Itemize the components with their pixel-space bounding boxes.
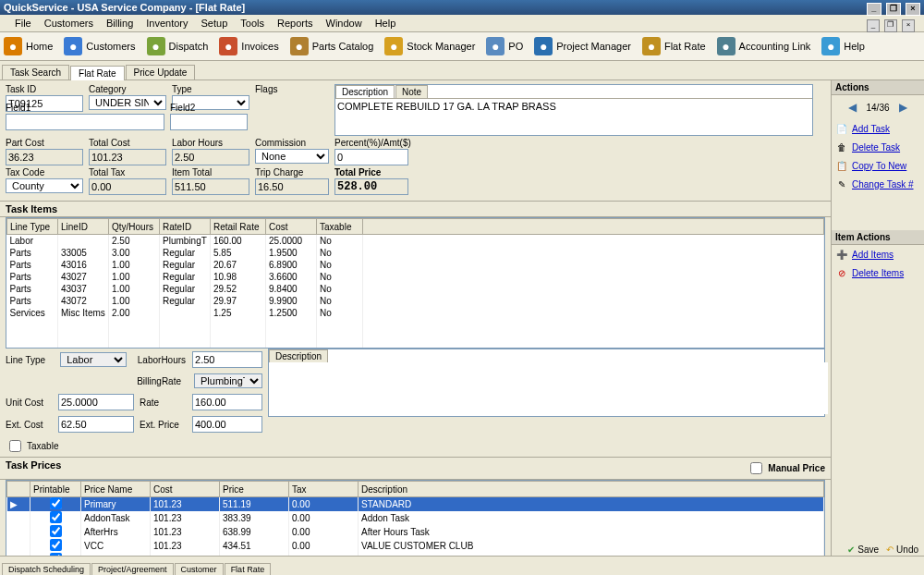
taxable-checkbox[interactable] <box>9 440 21 452</box>
close-icon[interactable]: × <box>906 3 920 16</box>
mdi-restore-icon[interactable]: ❐ <box>884 19 897 32</box>
delete-items-link[interactable]: ⊘Delete Items <box>832 263 924 282</box>
tax-code-select[interactable]: County <box>6 178 83 193</box>
delete-task-link[interactable]: 🗑Delete Task <box>832 138 924 156</box>
table-row[interactable]: Labor2.50PlumbingT160.0025.0000No <box>7 235 824 248</box>
part-cost-input <box>6 149 83 165</box>
status-tab[interactable]: Dispatch Scheduling <box>2 563 91 575</box>
mdi-minimize-icon[interactable]: _ <box>867 19 880 32</box>
toolbar-home[interactable]: ●Home <box>4 37 53 55</box>
menu-setup[interactable]: Setup <box>201 18 228 29</box>
col-header[interactable]: Price <box>220 482 289 497</box>
printable-checkbox[interactable] <box>50 539 62 551</box>
menu-billing[interactable]: Billing <box>106 18 133 29</box>
table-row[interactable] <box>7 319 824 331</box>
table-row[interactable]: Parts430271.00Regular10.983.6600No <box>7 271 824 283</box>
table-row[interactable] <box>7 331 824 343</box>
table-row[interactable]: Parts430721.00Regular29.979.9900No <box>7 295 824 307</box>
col-header[interactable]: Printable <box>30 482 81 497</box>
toolbar-parts-catalog[interactable]: ●Parts Catalog <box>290 37 374 55</box>
toolbar-flat-rate[interactable]: ●Flat Rate <box>642 37 706 55</box>
undo-button[interactable]: ↶Undo <box>886 544 918 555</box>
menu-window[interactable]: Window <box>326 18 362 29</box>
item-desc-tab[interactable]: Description <box>269 349 328 362</box>
menu-inventory[interactable]: Inventory <box>146 18 188 29</box>
sub-tabs: Task Search Flat Rate Price Update <box>0 61 924 80</box>
minimize-icon[interactable]: _ <box>867 3 881 16</box>
table-row[interactable]: Parts330053.00Regular5.851.9500No <box>7 247 824 259</box>
col-header[interactable]: Retail Rate <box>211 219 266 235</box>
col-header[interactable]: Tax <box>289 482 359 497</box>
billing-rate-select[interactable]: PlumbingT <box>194 373 262 388</box>
toolbar-help[interactable]: ●Help <box>821 37 865 55</box>
toolbar-po[interactable]: ●PO <box>486 37 523 55</box>
desc-tab[interactable]: Description <box>335 85 395 98</box>
toolbar-invoices[interactable]: ●Invoices <box>219 37 278 55</box>
menu-help[interactable]: Help <box>375 18 396 29</box>
toolbar-accounting-link[interactable]: ●Accounting Link <box>717 37 811 55</box>
accounting-link-icon: ● <box>717 37 736 55</box>
add-task-link[interactable]: 📄Add Task <box>832 119 924 138</box>
note-tab[interactable]: Note <box>395 85 428 98</box>
table-row[interactable]: ServicesMisc Items2.001.251.2500No <box>7 307 824 319</box>
col-header[interactable]: Description <box>359 482 824 497</box>
price-row[interactable]: VCC101.23434.510.00VALUE CUSTOMER CLUB <box>7 539 824 553</box>
col-header[interactable]: LineID <box>58 219 109 235</box>
field2-input[interactable] <box>170 114 248 130</box>
unit-cost-input[interactable] <box>58 394 134 410</box>
col-header[interactable]: Taxable <box>317 219 363 235</box>
col-header[interactable]: Price Name <box>81 482 151 497</box>
col-header[interactable]: Cost <box>151 482 220 497</box>
printable-checkbox[interactable] <box>50 497 62 509</box>
save-button[interactable]: ✔Save <box>847 544 879 555</box>
price-row[interactable]: AddonTask101.23383.390.00Addon Task <box>7 511 824 525</box>
mdi-close-icon[interactable]: × <box>902 19 915 32</box>
toolbar-stock-manager[interactable]: ●Stock Manager <box>384 37 475 55</box>
commission-select[interactable]: None <box>255 149 329 164</box>
price-row[interactable]: ▶Primary101.23511.190.00STANDARD <box>7 497 824 512</box>
table-row[interactable]: Parts430161.00Regular20.676.8900No <box>7 259 824 271</box>
status-tab[interactable]: Customer <box>175 563 224 575</box>
copy-to-new-link[interactable]: 📋Copy To New <box>832 156 924 175</box>
menu-reports[interactable]: Reports <box>277 18 313 29</box>
item-desc-textarea[interactable] <box>269 362 828 414</box>
col-header[interactable]: Qty/Hours <box>109 219 160 235</box>
manual-price-checkbox[interactable] <box>750 462 762 474</box>
rate-label: Rate <box>140 398 187 408</box>
next-task-icon[interactable]: ▶ <box>899 101 907 114</box>
tab-task-search[interactable]: Task Search <box>2 65 69 80</box>
prev-task-icon[interactable]: ◀ <box>848 101 857 114</box>
pct-amt-input[interactable] <box>334 149 408 165</box>
unit-cost-label: Unit Cost <box>6 398 53 408</box>
menu-tools[interactable]: Tools <box>240 18 264 29</box>
toolbar-project-manager[interactable]: ●Project Manager <box>534 37 631 55</box>
toolbar-customers[interactable]: ●Customers <box>64 37 135 55</box>
restore-icon[interactable]: ❐ <box>886 3 901 16</box>
description-textarea[interactable]: COMPLETE REBUILD 17 GA. LA TRAP BRASS <box>335 99 812 130</box>
tab-flat-rate[interactable]: Flat Rate <box>70 66 125 80</box>
price-row[interactable]: AfterHrs101.23638.990.00After Hours Task <box>7 525 824 539</box>
task-items-grid[interactable]: Line TypeLineIDQty/HoursRateIDRetail Rat… <box>6 217 825 349</box>
col-header[interactable]: Cost <box>266 219 317 235</box>
add-items-link[interactable]: ➕Add Items <box>832 245 924 263</box>
col-header[interactable] <box>7 482 30 497</box>
tab-price-update[interactable]: Price Update <box>126 65 196 80</box>
col-header[interactable]: RateID <box>160 219 211 235</box>
toolbar-dispatch[interactable]: ●Dispatch <box>147 37 209 55</box>
printable-checkbox[interactable] <box>50 525 62 537</box>
field2-label: Field2 <box>170 103 248 113</box>
col-header[interactable]: Line Type <box>7 219 58 235</box>
status-tab[interactable]: Project/Agreement <box>91 563 174 575</box>
line-type-select[interactable]: Labor <box>60 352 127 367</box>
printable-checkbox[interactable] <box>50 511 62 523</box>
status-bar: Dispatch SchedulingProject/AgreementCust… <box>0 556 924 575</box>
task-prices-grid[interactable]: PrintablePrice NameCostPriceTaxDescripti… <box>6 480 825 568</box>
stock-manager-icon: ● <box>384 37 403 55</box>
menu-customers[interactable]: Customers <box>44 18 93 29</box>
change-task-link[interactable]: ✎Change Task # <box>832 175 924 193</box>
field1-input[interactable] <box>6 114 164 130</box>
detail-labor-hours-input[interactable] <box>192 351 262 368</box>
table-row[interactable]: Parts430371.00Regular29.529.8400No <box>7 283 824 295</box>
menu-file[interactable]: File <box>15 18 31 29</box>
status-tab[interactable]: Flat Rate <box>225 563 272 575</box>
